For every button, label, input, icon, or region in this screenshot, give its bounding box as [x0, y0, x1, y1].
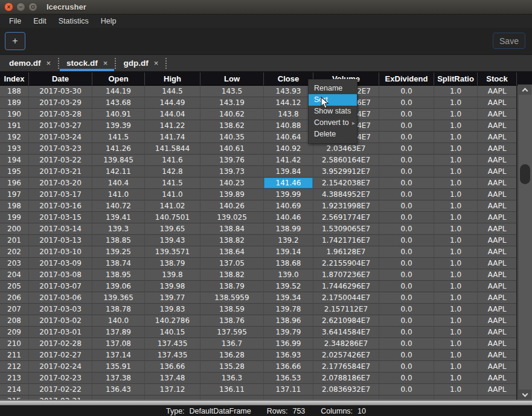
cell-low[interactable]: 139.89	[200, 189, 264, 200]
cell-exdividend[interactable]: 0.0	[379, 269, 434, 281]
cell-close[interactable]: 141.42	[264, 155, 313, 166]
cell-low[interactable]: 138.84	[200, 223, 264, 235]
cell-high[interactable]: 142.8	[145, 166, 200, 178]
cell-exdividend[interactable]: 0.0	[379, 166, 434, 178]
cell-date[interactable]: 2017-03-29	[29, 97, 92, 109]
cell-splitratio[interactable]: 1.0	[434, 373, 478, 384]
cell-stock[interactable]: AAPL	[478, 143, 517, 155]
cell-index[interactable]: 189	[0, 97, 29, 109]
tab-close-icon[interactable]: ×	[154, 59, 159, 68]
menu-file[interactable]: File	[3, 16, 27, 27]
cell-volume[interactable]: 2.2155904E7	[313, 258, 379, 269]
new-tab-button[interactable]: +	[5, 32, 25, 50]
cell-close[interactable]: 140.92	[264, 143, 313, 155]
cell-index[interactable]: 190	[0, 109, 29, 120]
cell-date[interactable]: 2017-03-10	[29, 246, 92, 258]
cell-stock[interactable]: AAPL	[478, 178, 517, 189]
cell-low[interactable]: 140.23	[200, 178, 264, 189]
cell-low[interactable]: 135.28	[200, 361, 264, 373]
cell-high[interactable]: 138.79	[145, 258, 200, 269]
cell-exdividend[interactable]: 0.0	[379, 246, 434, 258]
cell-volume[interactable]: 4.3884952E7	[313, 189, 379, 200]
cell-open[interactable]: 138.95	[92, 269, 145, 281]
cell-index[interactable]: 197	[0, 189, 29, 200]
cell-date[interactable]: 2017-03-07	[29, 281, 92, 292]
cell-open[interactable]: 140.72	[92, 200, 145, 212]
cell-index[interactable]: 191	[0, 120, 29, 132]
cell-exdividend[interactable]: 0.0	[379, 258, 434, 269]
vertical-scrollbar[interactable]	[518, 85, 532, 400]
cell-close[interactable]: 138.68	[264, 258, 313, 269]
cell-date[interactable]: 2017-03-22	[29, 155, 92, 166]
context-menu-item-show-stats[interactable]: Show stats	[309, 106, 357, 117]
cell-open[interactable]: 139.25	[92, 246, 145, 258]
cell-high[interactable]: 140.7501	[145, 212, 200, 223]
cell-volume[interactable]: 2.0257426E7	[313, 350, 379, 361]
cell-open[interactable]: 139.365	[92, 292, 145, 304]
cell-open[interactable]: 135.91	[92, 361, 145, 373]
cell-volume[interactable]: 1.9231998E7	[313, 200, 379, 212]
cell-splitratio[interactable]: 1.0	[434, 166, 478, 178]
cell-stock[interactable]	[478, 395, 517, 400]
cell-date[interactable]: 2017-03-14	[29, 223, 92, 235]
cell-stock[interactable]: AAPL	[478, 212, 517, 223]
cell-stock[interactable]: AAPL	[478, 200, 517, 212]
cell-stock[interactable]: AAPL	[478, 109, 517, 120]
cell-stock[interactable]: AAPL	[478, 97, 517, 109]
cell-low[interactable]: 138.82	[200, 269, 264, 281]
column-header-exdividend[interactable]: ExDividend	[379, 72, 434, 86]
cell-stock[interactable]: AAPL	[478, 373, 517, 384]
column-header-low[interactable]: Low	[200, 72, 264, 86]
column-header-high[interactable]: High	[145, 72, 200, 86]
cell-low[interactable]: 138.76	[200, 315, 264, 327]
cell-high[interactable]: 141.6	[145, 155, 200, 166]
cell-date[interactable]: 2017-03-06	[29, 292, 92, 304]
tab-close-icon[interactable]: ×	[103, 59, 108, 68]
cell-volume[interactable]: 1.7421716E7	[313, 235, 379, 246]
cell-exdividend[interactable]: 0.0	[379, 200, 434, 212]
cell-date[interactable]: 2017-03-13	[29, 235, 92, 246]
column-header-close[interactable]: Close	[264, 72, 313, 86]
cell-stock[interactable]: AAPL	[478, 315, 517, 327]
cell-date[interactable]: 2017-02-27	[29, 350, 92, 361]
cell-volume[interactable]: 2.0836932E7	[313, 384, 379, 395]
cell-stock[interactable]: AAPL	[478, 281, 517, 292]
cell-low[interactable]: 136.7	[200, 338, 264, 350]
cell-exdividend[interactable]: 0.0	[379, 132, 434, 143]
cell-open[interactable]: 136.43	[92, 384, 145, 395]
cell-volume[interactable]: 1.5309065E7	[313, 223, 379, 235]
column-header-stock[interactable]: Stock	[478, 72, 517, 86]
cell-close[interactable]: 140.64	[264, 132, 313, 143]
context-menu-item-rename[interactable]: Rename	[309, 83, 357, 94]
cell-open[interactable]: 140.4	[92, 178, 145, 189]
cell-open[interactable]: 138.85	[92, 235, 145, 246]
cell-close[interactable]: 139.78	[264, 304, 313, 315]
menu-help[interactable]: Help	[95, 16, 123, 27]
cell-date[interactable]: 2017-03-27	[29, 120, 92, 132]
cell-high[interactable]: 139.83	[145, 304, 200, 315]
cell-index[interactable]: 195	[0, 166, 29, 178]
cell-close[interactable]: 144.12	[264, 97, 313, 109]
cell-splitratio[interactable]: 1.0	[434, 361, 478, 373]
cell-splitratio[interactable]: 1.0	[434, 281, 478, 292]
cell-open[interactable]: 142.11	[92, 166, 145, 178]
cell-low[interactable]: 137.595	[200, 327, 264, 338]
cell-splitratio[interactable]	[434, 395, 478, 400]
cell-volume[interactable]: 2.1542038E7	[313, 178, 379, 189]
cell-volume[interactable]: 2.0788186E7	[313, 373, 379, 384]
cell-high[interactable]: 137.12	[145, 384, 200, 395]
cell-close[interactable]: 139.14	[264, 246, 313, 258]
cell-date[interactable]: 2017-03-20	[29, 178, 92, 189]
cell-splitratio[interactable]: 1.0	[434, 178, 478, 189]
cell-open[interactable]: 138.78	[92, 304, 145, 315]
cell-stock[interactable]: AAPL	[478, 189, 517, 200]
cell-stock[interactable]: AAPL	[478, 223, 517, 235]
cell-low[interactable]	[200, 395, 264, 400]
cell-volume[interactable]	[313, 395, 379, 400]
cell-low[interactable]: 136.11	[200, 384, 264, 395]
cell-splitratio[interactable]: 1.0	[434, 200, 478, 212]
cell-stock[interactable]: AAPL	[478, 166, 517, 178]
cell-open[interactable]: 139.845	[92, 155, 145, 166]
cell-index[interactable]: 214	[0, 384, 29, 395]
cell-index[interactable]: 196	[0, 178, 29, 189]
